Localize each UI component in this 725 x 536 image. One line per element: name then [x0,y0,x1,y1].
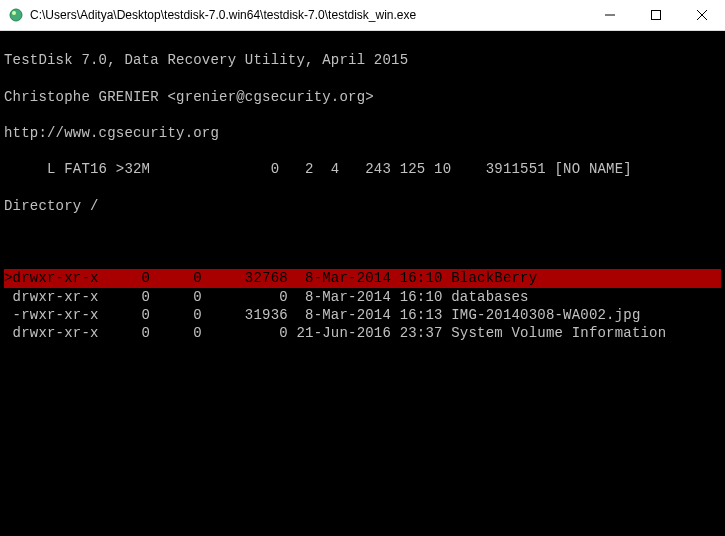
terminal-area[interactable]: TestDisk 7.0, Data Recovery Utility, Apr… [0,31,725,536]
file-row[interactable]: -rwxr-xr-x 0 0 31936 8-Mar-2014 16:13 IM… [4,306,721,324]
blank-line [4,233,721,251]
directory-line: Directory / [4,197,721,215]
header-url-line: http://www.cgsecurity.org [4,124,721,142]
svg-point-0 [10,9,22,21]
window-titlebar: C:\Users\Aditya\Desktop\testdisk-7.0.win… [0,0,725,31]
partition-line: L FAT16 >32M 0 2 4 243 125 10 3911551 [N… [4,160,721,178]
header-author-line: Christophe GRENIER <grenier@cgsecurity.o… [4,88,721,106]
close-button[interactable] [679,0,725,30]
window-controls [587,0,725,30]
header-app-line: TestDisk 7.0, Data Recovery Utility, Apr… [4,51,721,69]
window-title: C:\Users\Aditya\Desktop\testdisk-7.0.win… [30,8,587,22]
file-row[interactable]: drwxr-xr-x 0 0 0 21-Jun-2016 23:37 Syste… [4,324,721,342]
file-row[interactable]: drwxr-xr-x 0 0 0 8-Mar-2014 16:10 databa… [4,288,721,306]
terminal-filler [4,360,721,536]
app-icon [8,7,24,23]
minimize-button[interactable] [587,0,633,30]
maximize-button[interactable] [633,0,679,30]
file-row[interactable]: >drwxr-xr-x 0 0 32768 8-Mar-2014 16:10 B… [4,269,721,287]
svg-rect-3 [652,11,661,20]
svg-point-1 [12,11,16,15]
file-list: >drwxr-xr-x 0 0 32768 8-Mar-2014 16:10 B… [4,269,721,342]
